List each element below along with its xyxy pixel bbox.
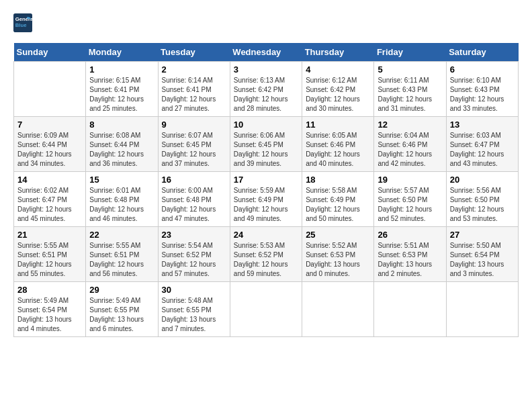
calendar-day-cell: 28Sunrise: 5:49 AM Sunset: 6:54 PM Dayli… (14, 282, 86, 337)
day-number: 6 (450, 64, 515, 75)
header-saturday: Saturday (446, 43, 518, 62)
day-number: 14 (17, 175, 82, 185)
day-number: 17 (234, 175, 298, 185)
header-thursday: Thursday (302, 43, 374, 62)
day-number: 29 (89, 285, 154, 295)
day-number: 23 (162, 230, 226, 240)
day-number: 21 (17, 230, 82, 240)
calendar-day-cell: 15Sunrise: 6:01 AM Sunset: 6:48 PM Dayli… (86, 172, 158, 227)
calendar-day-cell: 30Sunrise: 5:48 AM Sunset: 6:55 PM Dayli… (158, 282, 230, 337)
calendar-day-cell: 16Sunrise: 6:00 AM Sunset: 6:48 PM Dayli… (158, 172, 230, 227)
day-detail: Sunrise: 6:00 AM Sunset: 6:48 PM Dayligh… (162, 186, 226, 224)
header: General Blue (13, 13, 519, 32)
calendar-day-cell: 8Sunrise: 6:08 AM Sunset: 6:44 PM Daylig… (86, 117, 158, 172)
day-number: 20 (450, 175, 515, 185)
day-detail: Sunrise: 5:56 AM Sunset: 6:50 PM Dayligh… (450, 186, 515, 224)
day-detail: Sunrise: 5:49 AM Sunset: 6:54 PM Dayligh… (17, 296, 82, 334)
calendar-day-cell: 3Sunrise: 6:13 AM Sunset: 6:42 PM Daylig… (230, 62, 302, 117)
day-detail: Sunrise: 5:51 AM Sunset: 6:53 PM Dayligh… (378, 241, 442, 279)
calendar-day-cell: 2Sunrise: 6:14 AM Sunset: 6:41 PM Daylig… (158, 62, 230, 117)
day-number: 30 (162, 285, 226, 295)
day-detail: Sunrise: 6:08 AM Sunset: 6:44 PM Dayligh… (89, 131, 154, 169)
day-detail: Sunrise: 5:55 AM Sunset: 6:51 PM Dayligh… (17, 241, 82, 279)
calendar-day-cell: 17Sunrise: 5:59 AM Sunset: 6:49 PM Dayli… (230, 172, 302, 227)
day-detail: Sunrise: 6:13 AM Sunset: 6:42 PM Dayligh… (234, 76, 298, 113)
calendar-day-cell: 25Sunrise: 5:52 AM Sunset: 6:53 PM Dayli… (302, 227, 374, 282)
day-detail: Sunrise: 5:53 AM Sunset: 6:52 PM Dayligh… (234, 241, 298, 279)
day-number: 2 (162, 64, 226, 75)
calendar-day-cell: 19Sunrise: 5:57 AM Sunset: 6:50 PM Dayli… (374, 172, 446, 227)
calendar-day-cell: 11Sunrise: 6:05 AM Sunset: 6:46 PM Dayli… (302, 117, 374, 172)
logo-icon: General Blue (13, 13, 32, 32)
calendar-day-cell: 23Sunrise: 5:54 AM Sunset: 6:52 PM Dayli… (158, 227, 230, 282)
calendar-day-cell: 12Sunrise: 6:04 AM Sunset: 6:46 PM Dayli… (374, 117, 446, 172)
day-number: 1 (89, 64, 154, 75)
day-number: 9 (162, 120, 226, 130)
calendar-day-cell (446, 282, 518, 337)
calendar-day-cell: 4Sunrise: 6:12 AM Sunset: 6:42 PM Daylig… (302, 62, 374, 117)
day-number: 11 (306, 120, 370, 130)
day-detail: Sunrise: 5:54 AM Sunset: 6:52 PM Dayligh… (162, 241, 226, 279)
calendar-day-cell: 5Sunrise: 6:11 AM Sunset: 6:43 PM Daylig… (374, 62, 446, 117)
header-monday: Monday (86, 43, 158, 62)
header-tuesday: Tuesday (158, 43, 230, 62)
calendar-week-row: 21Sunrise: 5:55 AM Sunset: 6:51 PM Dayli… (14, 227, 519, 282)
day-number: 15 (89, 175, 154, 185)
day-number: 26 (378, 230, 442, 240)
day-detail: Sunrise: 5:58 AM Sunset: 6:49 PM Dayligh… (306, 186, 370, 224)
calendar-day-cell: 9Sunrise: 6:07 AM Sunset: 6:45 PM Daylig… (158, 117, 230, 172)
svg-text:Blue: Blue (15, 22, 27, 28)
svg-text:General: General (15, 16, 32, 22)
calendar-day-cell: 27Sunrise: 5:50 AM Sunset: 6:54 PM Dayli… (446, 227, 518, 282)
day-detail: Sunrise: 5:55 AM Sunset: 6:51 PM Dayligh… (89, 241, 154, 279)
day-number: 10 (234, 120, 298, 130)
day-detail: Sunrise: 6:03 AM Sunset: 6:47 PM Dayligh… (450, 131, 515, 169)
day-detail: Sunrise: 6:09 AM Sunset: 6:44 PM Dayligh… (17, 131, 82, 169)
calendar-day-cell: 10Sunrise: 6:06 AM Sunset: 6:45 PM Dayli… (230, 117, 302, 172)
day-detail: Sunrise: 6:05 AM Sunset: 6:46 PM Dayligh… (306, 131, 370, 169)
calendar-week-row: 7Sunrise: 6:09 AM Sunset: 6:44 PM Daylig… (14, 117, 519, 172)
calendar-day-cell: 6Sunrise: 6:10 AM Sunset: 6:43 PM Daylig… (446, 62, 518, 117)
day-detail: Sunrise: 6:02 AM Sunset: 6:47 PM Dayligh… (17, 186, 82, 224)
day-detail: Sunrise: 6:11 AM Sunset: 6:43 PM Dayligh… (378, 76, 442, 113)
calendar-day-cell: 21Sunrise: 5:55 AM Sunset: 6:51 PM Dayli… (14, 227, 86, 282)
header-sunday: Sunday (14, 43, 86, 62)
day-number: 8 (89, 120, 154, 130)
day-number: 16 (162, 175, 226, 185)
day-detail: Sunrise: 5:50 AM Sunset: 6:54 PM Dayligh… (450, 241, 515, 279)
calendar-header-row: SundayMondayTuesdayWednesdayThursdayFrid… (14, 43, 519, 62)
day-detail: Sunrise: 5:59 AM Sunset: 6:49 PM Dayligh… (234, 186, 298, 224)
day-number: 28 (17, 285, 82, 295)
calendar-day-cell: 13Sunrise: 6:03 AM Sunset: 6:47 PM Dayli… (446, 117, 518, 172)
calendar-day-cell (14, 62, 86, 117)
day-detail: Sunrise: 6:04 AM Sunset: 6:46 PM Dayligh… (378, 131, 442, 169)
day-number: 3 (234, 64, 298, 75)
calendar-day-cell (374, 282, 446, 337)
day-detail: Sunrise: 5:57 AM Sunset: 6:50 PM Dayligh… (378, 186, 442, 224)
day-number: 13 (450, 120, 515, 130)
header-friday: Friday (374, 43, 446, 62)
day-detail: Sunrise: 6:12 AM Sunset: 6:42 PM Dayligh… (306, 76, 370, 113)
day-number: 19 (378, 175, 442, 185)
calendar-day-cell: 22Sunrise: 5:55 AM Sunset: 6:51 PM Dayli… (86, 227, 158, 282)
calendar-day-cell (302, 282, 374, 337)
day-detail: Sunrise: 6:14 AM Sunset: 6:41 PM Dayligh… (162, 76, 226, 113)
calendar-day-cell: 29Sunrise: 5:49 AM Sunset: 6:55 PM Dayli… (86, 282, 158, 337)
calendar-day-cell: 14Sunrise: 6:02 AM Sunset: 6:47 PM Dayli… (14, 172, 86, 227)
calendar-week-row: 1Sunrise: 6:15 AM Sunset: 6:41 PM Daylig… (14, 62, 519, 117)
day-number: 5 (378, 64, 442, 75)
logo: General Blue (13, 13, 35, 32)
day-detail: Sunrise: 5:52 AM Sunset: 6:53 PM Dayligh… (306, 241, 370, 279)
day-detail: Sunrise: 6:01 AM Sunset: 6:48 PM Dayligh… (89, 186, 154, 224)
day-number: 18 (306, 175, 370, 185)
day-detail: Sunrise: 6:07 AM Sunset: 6:45 PM Dayligh… (162, 131, 226, 169)
day-detail: Sunrise: 5:49 AM Sunset: 6:55 PM Dayligh… (89, 296, 154, 334)
day-detail: Sunrise: 6:10 AM Sunset: 6:43 PM Dayligh… (450, 76, 515, 113)
calendar-week-row: 28Sunrise: 5:49 AM Sunset: 6:54 PM Dayli… (14, 282, 519, 337)
header-wednesday: Wednesday (230, 43, 302, 62)
day-number: 25 (306, 230, 370, 240)
calendar-day-cell: 18Sunrise: 5:58 AM Sunset: 6:49 PM Dayli… (302, 172, 374, 227)
day-detail: Sunrise: 5:48 AM Sunset: 6:55 PM Dayligh… (162, 296, 226, 334)
day-number: 12 (378, 120, 442, 130)
calendar-table: SundayMondayTuesdayWednesdayThursdayFrid… (13, 43, 519, 337)
